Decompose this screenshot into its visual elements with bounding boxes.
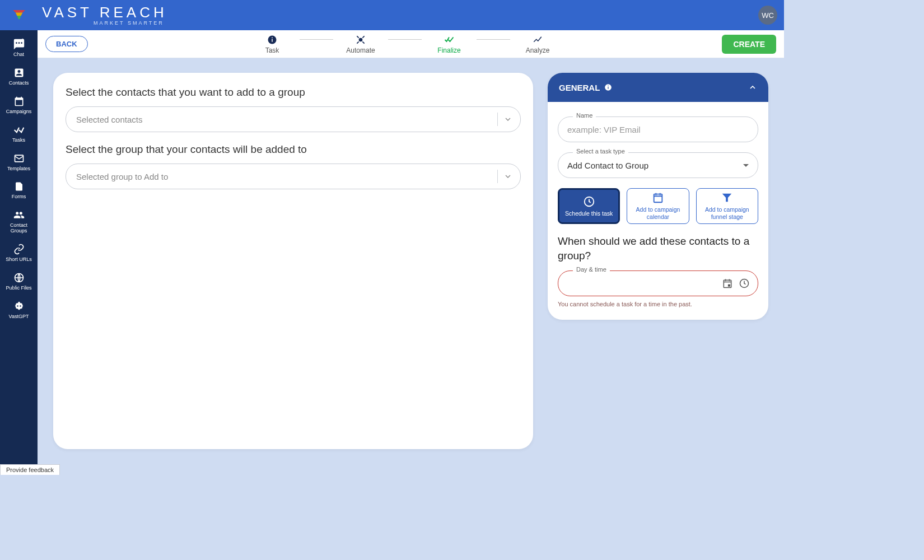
svg-rect-11	[608, 86, 609, 86]
stepper: Task Automate Finalize Analyze	[88, 34, 722, 54]
name-input[interactable]	[567, 125, 749, 134]
secondary-toolbar: BACK Task Automate Finalize An	[38, 30, 784, 58]
sidebar-item-vastgpt[interactable]: VastGPT	[0, 296, 38, 324]
sidebar-item-contact-groups[interactable]: Contact Groups	[0, 204, 38, 239]
calendar-icon	[13, 95, 25, 108]
sidebar-item-label: VastGPT	[9, 314, 29, 320]
automate-icon	[355, 34, 366, 45]
group-icon	[13, 209, 25, 221]
main-card: Select the contacts that you want to add…	[53, 73, 533, 449]
svg-marker-2	[17, 16, 21, 19]
svg-rect-16	[729, 285, 730, 287]
sidebar-item-public-files[interactable]: Public Files	[0, 267, 38, 296]
sidebar-item-contacts[interactable]: Contacts	[0, 62, 38, 91]
prompt-group: Select the group that your contacts will…	[66, 143, 521, 156]
contacts-icon	[13, 67, 25, 79]
sidebar-item-label: Forms	[12, 194, 26, 200]
sidebar: Chat Contacts Campaigns Tasks Templates …	[0, 30, 38, 475]
logo-icon-wrap	[0, 10, 38, 20]
task-type-value: Add Contact to Group	[567, 161, 648, 170]
bot-icon	[13, 300, 25, 312]
option-funnel-stage[interactable]: Add to campaign funnel stage	[696, 188, 758, 224]
chat-icon	[13, 38, 25, 50]
svg-marker-0	[13, 10, 25, 13]
group-placeholder: Selected group to Add to	[76, 172, 168, 181]
sidebar-item-label: Contact Groups	[1, 223, 36, 234]
datetime-field[interactable]: Day & time	[558, 270, 758, 296]
clock-picker-icon[interactable]	[739, 278, 750, 289]
step-automate[interactable]: Automate	[341, 34, 380, 54]
sidebar-item-label: Chat	[13, 52, 24, 58]
brand-text: VAST REACH MARKET SMARTER	[42, 5, 167, 26]
step-analyze[interactable]: Analyze	[518, 34, 557, 54]
analytics-icon	[532, 34, 543, 45]
contacts-placeholder: Selected contacts	[76, 115, 142, 124]
schedule-heading: When should we add these contacts to a g…	[558, 234, 758, 263]
top-header: VAST REACH MARKET SMARTER WC	[0, 0, 784, 30]
sidebar-item-short-urls[interactable]: Short URLs	[0, 239, 38, 267]
mail-icon	[13, 152, 25, 165]
task-type-label: Select a task type	[573, 148, 628, 155]
chevron-up-icon	[748, 83, 757, 92]
svg-marker-14	[722, 194, 732, 202]
brand-sub: MARKET SMARTER	[42, 20, 167, 26]
link-icon	[13, 243, 25, 255]
sidebar-item-label: Short URLs	[6, 257, 32, 263]
sidebar-item-templates[interactable]: Templates	[0, 148, 38, 176]
sidebar-item-campaigns[interactable]: Campaigns	[0, 91, 38, 119]
sidebar-item-label: Public Files	[6, 286, 31, 291]
prompt-contacts: Select the contacts that you want to add…	[66, 86, 521, 99]
step-finalize[interactable]: Finalize	[430, 34, 469, 54]
sidebar-item-label: Contacts	[9, 81, 29, 86]
avatar[interactable]: WC	[758, 6, 777, 25]
panel-header[interactable]: GENERAL	[548, 73, 768, 102]
dropdown-arrow-icon	[743, 164, 749, 167]
name-field[interactable]: Name	[558, 116, 758, 142]
globe-icon	[13, 272, 25, 284]
feedback-tab[interactable]: Provide feedback	[0, 464, 60, 475]
svg-rect-6	[272, 39, 273, 41]
task-type-select[interactable]: Select a task type Add Contact to Group	[558, 152, 758, 178]
funnel-icon	[721, 192, 733, 204]
tasks-icon	[13, 124, 25, 136]
info-icon	[604, 83, 612, 91]
schedule-option-row: Schedule this task Add to campaign calen…	[558, 188, 758, 224]
chevron-down-icon	[503, 115, 512, 124]
brand-main: VAST REACH	[42, 5, 167, 20]
sidebar-item-chat[interactable]: Chat	[0, 34, 38, 62]
datetime-error: You cannot schedule a task for a time in…	[558, 301, 758, 307]
funnel-logo-icon	[13, 10, 25, 20]
content-area: Select the contacts that you want to add…	[38, 58, 784, 475]
name-label: Name	[573, 112, 596, 119]
svg-rect-13	[654, 194, 662, 203]
chevron-down-icon	[503, 172, 512, 181]
step-task[interactable]: Task	[253, 34, 292, 54]
calendar-icon	[652, 192, 664, 204]
datetime-label: Day & time	[573, 266, 610, 273]
sidebar-item-forms[interactable]: Forms	[0, 176, 38, 204]
back-button[interactable]: BACK	[45, 36, 88, 52]
sidebar-item-label: Templates	[7, 166, 30, 172]
calendar-picker-icon[interactable]	[722, 278, 733, 289]
clock-icon	[583, 195, 595, 208]
forms-icon	[13, 180, 25, 193]
create-button[interactable]: CREATE	[722, 35, 776, 54]
svg-rect-7	[272, 37, 273, 38]
sidebar-item-label: Campaigns	[6, 109, 32, 115]
option-campaign-calendar[interactable]: Add to campaign calendar	[627, 188, 689, 224]
general-panel: GENERAL Name Select a task type Add Cont…	[548, 73, 768, 320]
svg-marker-1	[15, 13, 22, 16]
sidebar-item-label: Tasks	[12, 138, 25, 143]
info-circle-icon	[267, 34, 278, 45]
double-check-icon	[444, 34, 455, 45]
svg-rect-10	[608, 87, 609, 89]
group-select[interactable]: Selected group to Add to	[66, 164, 521, 189]
sidebar-item-tasks[interactable]: Tasks	[0, 119, 38, 148]
panel-body: Name Select a task type Add Contact to G…	[548, 102, 768, 320]
contacts-select[interactable]: Selected contacts	[66, 106, 521, 132]
option-schedule-task[interactable]: Schedule this task	[558, 188, 620, 224]
panel-title: GENERAL	[559, 83, 600, 92]
svg-point-8	[360, 38, 362, 41]
